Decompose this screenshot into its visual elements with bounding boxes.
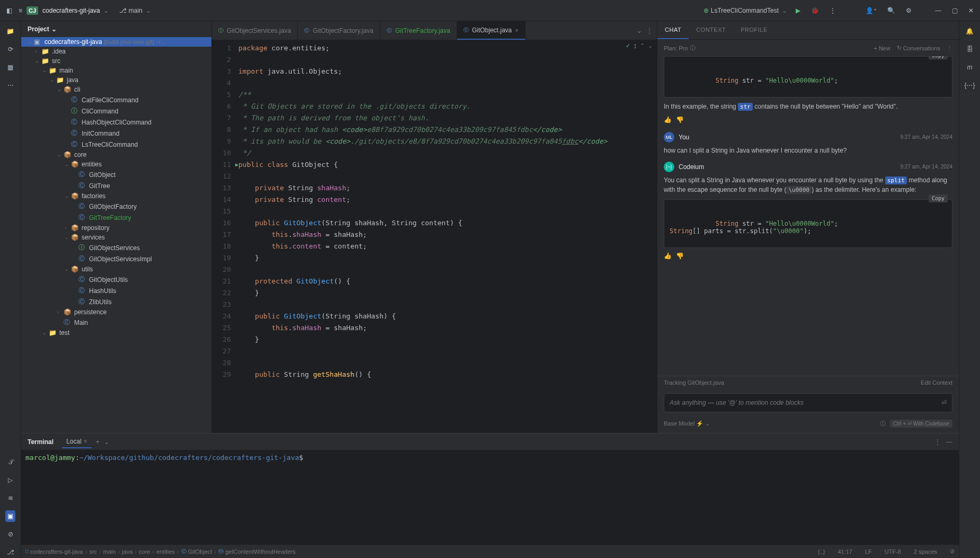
tree-item[interactable]: ⌄📦utils (21, 264, 211, 274)
terminal-more-icon[interactable]: ⋮ (934, 438, 941, 446)
cursor-position[interactable]: 41:17 (838, 548, 852, 555)
tree-item[interactable]: ⌄📁src (21, 56, 211, 66)
chat-input[interactable]: ⏎ (664, 393, 952, 412)
tab-context[interactable]: CONTEXT (689, 21, 733, 39)
vcs-tool-icon[interactable]: ⎇ (5, 546, 16, 558)
services-tool-icon[interactable]: ≋ (6, 492, 15, 504)
branch-selector[interactable]: ⎇ main ⌄ (119, 7, 151, 14)
terminal-dropdown-icon[interactable]: ⌄ (104, 438, 109, 446)
info-icon[interactable]: ⓘ (880, 420, 886, 428)
breadcrumb[interactable]: □codecrafters-git-java›src›main›java›cor… (25, 548, 296, 555)
thumbs-up-icon[interactable]: 👍 (664, 116, 672, 123)
editor-tab[interactable]: ⒸGitObject.java× (457, 21, 525, 40)
thumbs-down-icon[interactable]: 👎 (676, 116, 684, 123)
tree-item[interactable]: ⌄📦factories (21, 191, 211, 201)
app-icon[interactable]: ◧ (4, 5, 14, 16)
project-tool-icon[interactable]: 📁 (4, 25, 16, 37)
chat-more-icon[interactable]: ⋮ (947, 45, 952, 51)
encoding[interactable]: UTF-8 (885, 548, 901, 555)
chevron-down-icon[interactable]: ⌄ (28, 39, 34, 45)
more-tool-icon[interactable]: ⋯ (5, 79, 16, 91)
tree-item[interactable]: ⌄📦cli (21, 85, 211, 94)
tree-chevron[interactable]: ⌄ (65, 267, 71, 272)
code-editor[interactable]: 1234567891011▶12131415161718192021222324… (212, 40, 657, 433)
project-header[interactable]: Project ⌄ (21, 21, 211, 37)
run-tool-icon[interactable]: ▷ (6, 474, 15, 486)
search-icon[interactable]: 🔍 (885, 5, 897, 16)
new-terminal-icon[interactable]: + (96, 438, 100, 446)
tree-chevron[interactable]: › (65, 225, 71, 231)
main-menu-icon[interactable]: ≡ (16, 5, 24, 16)
breadcrumb-item[interactable]: main (103, 548, 116, 555)
tree-chevron[interactable]: ⌄ (50, 77, 56, 83)
tree-item[interactable]: ⒸHashObjectCliCommand (21, 117, 211, 128)
info-icon[interactable]: ⓘ (690, 44, 696, 52)
tree-item[interactable]: ⒸGitTree (21, 180, 211, 191)
gutter-run-icon[interactable]: ▶ (235, 159, 238, 171)
tree-item[interactable]: ⌄📦entities (21, 160, 211, 169)
tree-chevron[interactable]: ⌄ (35, 58, 41, 64)
database-icon[interactable]: 🗄 (965, 43, 975, 55)
tree-item[interactable]: ⒸMain (21, 317, 211, 328)
breadcrumb-item[interactable]: □codecrafters-git-java (25, 548, 83, 555)
tree-item[interactable]: ⒸGitObjectFactory (21, 201, 211, 212)
tree-item[interactable]: ›📦repository (21, 223, 211, 233)
run-config-selector[interactable]: ⊕ LsTreeCliCommandTest ⌄ (703, 7, 787, 14)
tree-chevron[interactable]: ⌄ (65, 162, 71, 167)
close-icon[interactable]: ✕ (966, 5, 976, 16)
tree-item[interactable]: ⒾCliCommand (21, 105, 211, 117)
debug-button[interactable]: 🐞 (809, 5, 821, 16)
problems-tool-icon[interactable]: ⊘ (6, 528, 15, 540)
terminal-body[interactable]: marcol@jammy:~/Workspace/github/codecraf… (21, 450, 959, 544)
new-chat-button[interactable]: + New (874, 45, 890, 51)
more-actions-icon[interactable]: ⋮ (827, 5, 838, 16)
edit-context-button[interactable]: Edit Context (921, 379, 952, 386)
breadcrumb-item[interactable]: entities (156, 548, 175, 555)
minimize-panel-icon[interactable]: — (946, 438, 952, 446)
tree-item[interactable]: ⒸCatFileCliCommand (21, 94, 211, 105)
tree-item[interactable]: ›📦persistence (21, 307, 211, 317)
conversations-button[interactable]: ↻ Conversations (897, 45, 940, 51)
thumbs-down-icon[interactable]: 👎 (676, 252, 684, 260)
tab-list-icon[interactable]: ⌄ (637, 27, 642, 34)
maven-icon[interactable]: m (965, 61, 975, 73)
breadcrumb-item[interactable]: ⓜgetContentWithoutHeaders (218, 548, 296, 555)
codeium-icon[interactable]: {⋯} (962, 79, 977, 91)
copy-button[interactable]: Copy (929, 56, 948, 59)
tree-chevron[interactable]: ⌄ (57, 152, 64, 157)
breadcrumb-item[interactable]: core (139, 548, 150, 555)
base-model-selector[interactable]: Base Model ⚡ ⌄ (664, 420, 710, 427)
chat-input-field[interactable] (670, 399, 941, 406)
close-tab-icon[interactable]: × (515, 27, 518, 33)
tree-chevron[interactable]: › (35, 49, 41, 54)
project-tree[interactable]: ⌄ ▣ codecrafters-git-java [build-your-ow… (21, 37, 211, 433)
breadcrumb-item[interactable]: ⒸGitObject (181, 548, 212, 555)
run-button[interactable]: ▶ (794, 5, 803, 16)
tree-root[interactable]: ⌄ ▣ codecrafters-git-java [build-your-ow… (21, 37, 211, 47)
tree-item[interactable]: ⒸZlibUtils (21, 296, 211, 307)
readonly-icon[interactable]: ⊘ (950, 548, 955, 555)
tree-item[interactable]: ⌄📁test (21, 328, 211, 338)
breadcrumb-item[interactable]: java (122, 548, 132, 555)
tree-item[interactable]: ⌄📁java (21, 75, 211, 85)
codebase-button[interactable]: Ctrl + ⏎ With Codebase (890, 420, 952, 428)
project-name[interactable]: codecrafters-git-java (42, 7, 100, 14)
tree-item[interactable]: ⒾGitObjectServices (21, 242, 211, 253)
settings-icon[interactable]: ⚙ (904, 5, 914, 16)
tree-item[interactable]: ⒸGitObject (21, 169, 211, 180)
chevron-down-icon[interactable]: ⌄ (648, 42, 653, 49)
tree-item[interactable]: ⌄📦core (21, 150, 211, 160)
tree-chevron[interactable]: ⌄ (42, 68, 49, 73)
maximize-icon[interactable]: ▢ (950, 5, 960, 16)
commit-tool-icon[interactable]: ⟳ (6, 43, 15, 55)
code-with-me-icon[interactable]: 👤⁺ (863, 5, 879, 16)
minimize-icon[interactable]: — (933, 5, 943, 16)
tree-item[interactable]: ⒸGitObjectServicesImpl (21, 253, 211, 264)
tree-item[interactable]: ⌄📦services (21, 233, 211, 242)
editor-tab[interactable]: ⒾGitObjectServices.java (212, 21, 298, 40)
terminal-tab[interactable]: Local× (62, 436, 92, 448)
tab-more-icon[interactable]: ⋮ (646, 27, 653, 34)
send-icon[interactable]: ⏎ (941, 399, 947, 406)
tree-item[interactable]: ⒸHashUtils (21, 285, 211, 296)
tree-item[interactable]: ⒸLsTreeCliCommand (21, 139, 211, 150)
